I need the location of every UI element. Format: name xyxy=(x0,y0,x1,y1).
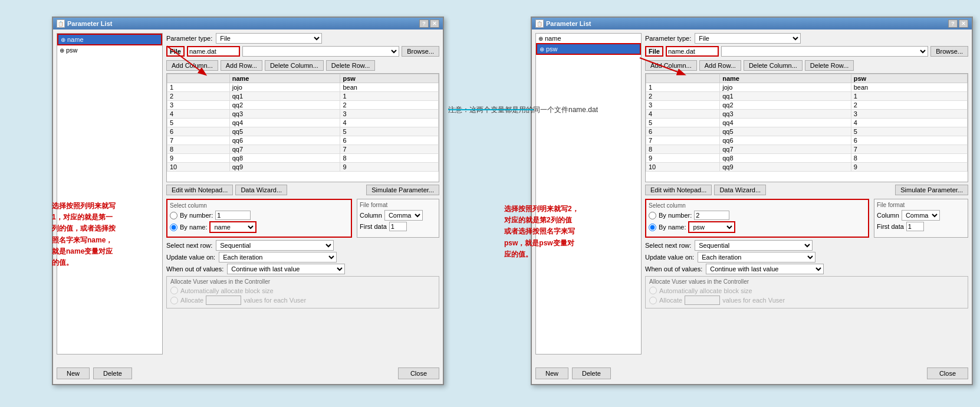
dialog1-sequential-select[interactable]: Sequential xyxy=(216,240,334,251)
dialog1-column-select[interactable]: Comma xyxy=(384,210,423,221)
dialog2: 📋 Parameter List ? ✕ ⊕ name ⊕ psw Parame… xyxy=(531,17,973,385)
dialog1-help-btn[interactable]: ? xyxy=(419,19,429,28)
dialog2-byname-radio[interactable] xyxy=(649,224,656,231)
dialog2-firstdata-input[interactable]: 1 xyxy=(906,222,924,231)
dialog1-tree-item-name[interactable]: ⊕ name xyxy=(57,34,162,45)
dialog1-delete-btn[interactable]: Delete xyxy=(93,367,132,379)
dialog2-bynumber-radio[interactable] xyxy=(649,212,656,219)
dialog1-byname-select[interactable]: name xyxy=(209,221,256,233)
dialog2-table-row: 5qq44 xyxy=(646,119,968,127)
dialog2-new-btn[interactable]: New xyxy=(535,367,568,379)
dialog2-sequential-select[interactable]: Sequential xyxy=(695,240,813,251)
dialog1-table-row: 3qq22 xyxy=(167,101,439,110)
dialog2-browse-btn[interactable]: Browse... xyxy=(930,46,968,57)
dialog1-table-row: 1jojobean xyxy=(167,83,439,92)
dialog2-cell-8-0: 9 xyxy=(646,154,720,163)
dialog1-simulate-btn[interactable]: Simulate Parameter... xyxy=(366,185,439,195)
dialog1-browse-btn[interactable]: Browse... xyxy=(402,46,439,57)
dialog1-firstdata-input[interactable]: 1 xyxy=(389,222,407,231)
dialog1-continuelast-select[interactable]: Continue with last value xyxy=(227,264,345,274)
dialog1-file-path-select[interactable] xyxy=(242,46,399,57)
dialog2-tree-item-name[interactable]: ⊕ name xyxy=(536,34,641,43)
dialog1-byname-row: By name: name xyxy=(170,221,348,233)
dialog1-bynumber-radio[interactable] xyxy=(170,212,177,219)
dialog1-file-name[interactable]: name.dat xyxy=(187,46,240,57)
dialog2-cell-0-2: bean xyxy=(851,83,967,92)
dialog1-firstdata-label: First data xyxy=(360,223,387,230)
dialog1-delrow-btn[interactable]: Delete Row... xyxy=(326,60,375,71)
dialog2-cell-5-1: qq5 xyxy=(720,127,851,136)
dialog2-eachiteration-select[interactable]: Each iteration xyxy=(698,252,815,262)
dialog1-datawizard-btn[interactable]: Data Wizard... xyxy=(235,185,287,195)
dialog1-paramtype-select[interactable]: File xyxy=(216,33,322,44)
dialog2-delrow-btn[interactable]: Delete Row... xyxy=(805,60,854,71)
dialog2-allocate-label: Allocate xyxy=(659,297,682,304)
dialog1-column-label: Column xyxy=(360,212,382,219)
dialog2-table-row: 3qq22 xyxy=(646,101,968,110)
dialog1-bottom: Select column By number: 1 By name: name… xyxy=(166,199,439,238)
dialog1-autoallocate-label: Automatically allocate block size xyxy=(180,287,274,294)
dialog1-table-row: 6qq55 xyxy=(167,127,439,136)
dialog2-title: Parameter List xyxy=(546,20,591,27)
dialog2-delete-btn[interactable]: Delete xyxy=(572,367,611,379)
dialog2-cell-7-0: 8 xyxy=(646,145,720,154)
dialog1-paramtype-label: Parameter type: xyxy=(166,35,212,42)
dialog1-cell-7-0: 8 xyxy=(167,145,230,154)
dialog1-cell-2-1: qq2 xyxy=(229,101,340,110)
dialog1-column-field: Column Comma xyxy=(360,210,436,221)
dialog2-byname-row: By name: psw xyxy=(649,221,866,233)
dialog2-cell-2-2: 2 xyxy=(851,101,967,110)
dialog2-paramtype-select[interactable]: File xyxy=(695,33,801,44)
dialog2-addrow-btn[interactable]: Add Row... xyxy=(699,60,741,71)
dialog2-delcol-btn[interactable]: Delete Column... xyxy=(744,60,803,71)
dialog2-cell-8-2: 8 xyxy=(851,154,967,163)
dialog1-addcol-btn[interactable]: Add Column... xyxy=(166,60,218,71)
dialog1-bynumber-input[interactable]: 1 xyxy=(215,211,251,220)
middle-note: 注意：这两个变量都是用的同一个文件name.dat xyxy=(448,105,598,115)
dialog1-eachiteration-select[interactable]: Each iteration xyxy=(219,252,337,262)
dialog1-allocate-row: Allocate values for each Vuser xyxy=(170,296,435,305)
dialog2-autoallocate-label: Automatically allocate block size xyxy=(659,287,752,294)
dialog2-help-btn[interactable]: ? xyxy=(948,19,958,28)
dialog1-cell-5-1: qq5 xyxy=(229,127,340,136)
dialog2-addcol-btn[interactable]: Add Column... xyxy=(645,60,697,71)
dialog2-datawizard-btn[interactable]: Data Wizard... xyxy=(714,185,766,195)
dialog1-delcol-btn[interactable]: Delete Column... xyxy=(265,60,324,71)
dialog2-cell-7-1: qq7 xyxy=(720,145,851,154)
dialog1-cell-5-2: 5 xyxy=(340,127,439,136)
dialog2-cell-9-1: qq9 xyxy=(720,163,851,172)
dialog1-table-row: 2qq11 xyxy=(167,92,439,101)
dialog2-col-psw: psw xyxy=(851,74,967,83)
dialog1-tree-item-psw[interactable]: ⊕ psw xyxy=(57,45,162,55)
dialog2-byname-select[interactable]: psw xyxy=(688,221,735,233)
dialog2-bynumber-row: By number: 2 xyxy=(649,211,866,220)
dialog2-continuelast-select[interactable]: Continue with last value xyxy=(706,264,824,274)
dialog1-fileformat-title: File format xyxy=(360,202,436,208)
dialog1-col-idx xyxy=(167,74,230,83)
dialog1-footer-left: New Delete xyxy=(57,367,132,379)
dialog2-bynumber-input[interactable]: 2 xyxy=(694,211,729,220)
dialog2-cell-3-2: 3 xyxy=(851,110,967,119)
dialog2-close-btn[interactable]: ✕ xyxy=(959,19,968,28)
dialog1-footer: New Delete Close xyxy=(57,367,439,379)
dialog2-cell-2-1: qq2 xyxy=(720,101,851,110)
dialog2-selectnext-label: Select next row: xyxy=(645,242,691,249)
dialog2-file-path-select[interactable] xyxy=(721,46,928,57)
dialog1-cell-2-0: 3 xyxy=(167,101,230,110)
dialog1-byname-radio[interactable] xyxy=(170,224,177,231)
dialog2-close-footer-btn[interactable]: Close xyxy=(927,367,968,379)
dialog2-col-idx xyxy=(646,74,720,83)
dialog1-addrow-btn[interactable]: Add Row... xyxy=(221,60,262,71)
dialog2-editnotepad-btn[interactable]: Edit with Notepad... xyxy=(645,185,712,195)
dialog1-tree-icon-psw: ⊕ xyxy=(60,47,64,54)
dialog1-editnotepad-btn[interactable]: Edit with Notepad... xyxy=(166,185,233,195)
dialog1-allocate-title: Allocate Vuser values in the Controller xyxy=(170,278,435,285)
dialog1-close-btn[interactable]: ✕ xyxy=(430,19,439,28)
dialog2-file-name[interactable]: name.dat xyxy=(666,46,719,57)
dialog1-new-btn[interactable]: New xyxy=(57,367,90,379)
dialog1-tree-icon-name: ⊕ xyxy=(61,37,65,43)
dialog1-close-footer-btn[interactable]: Close xyxy=(398,367,439,379)
dialog2-column-select[interactable]: Comma xyxy=(902,210,940,221)
dialog2-tree-item-psw[interactable]: ⊕ psw xyxy=(536,43,641,55)
dialog2-simulate-btn[interactable]: Simulate Parameter... xyxy=(895,185,968,195)
